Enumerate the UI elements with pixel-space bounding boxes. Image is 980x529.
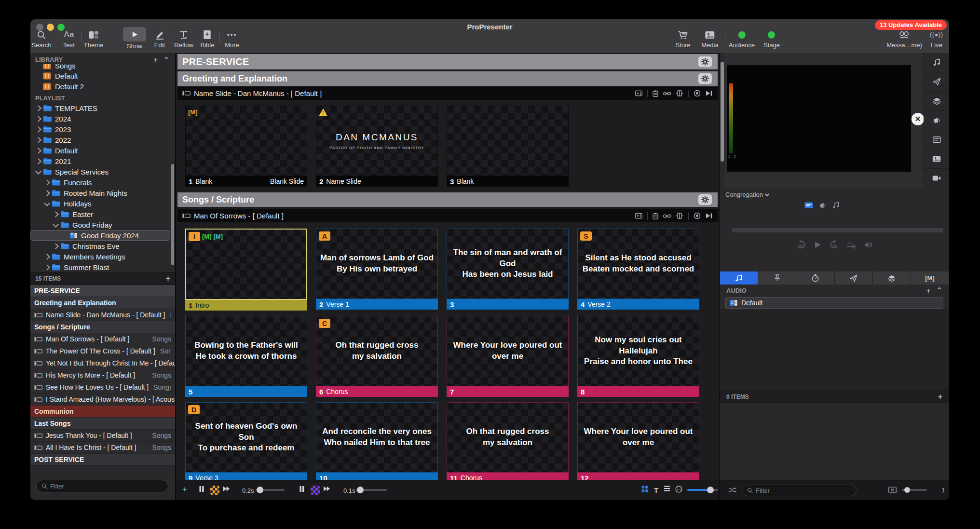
- clear-media-button[interactable]: [311, 486, 320, 495]
- slide-cell[interactable]: The sin of man and wrath ofGodHas been o…: [447, 229, 569, 311]
- audio-tab-icon[interactable]: [924, 53, 949, 72]
- film-icon[interactable]: [635, 90, 642, 96]
- tab-props[interactable]: [758, 271, 796, 285]
- tree-item[interactable]: Members Meetings: [30, 251, 175, 262]
- link-icon[interactable]: [663, 91, 671, 96]
- skip-30-button[interactable]: [846, 241, 857, 249]
- main-area-scrollbar[interactable]: [721, 62, 724, 162]
- skip-transition-button[interactable]: [323, 486, 330, 492]
- add-library-button[interactable]: +: [153, 55, 158, 64]
- chevron-right-icon[interactable]: [53, 211, 59, 217]
- library-item[interactable]: Default 2: [30, 81, 175, 92]
- tree-item[interactable]: 2022: [30, 135, 175, 145]
- chevron-right-icon[interactable]: [44, 190, 50, 196]
- tree-item[interactable]: Summer Blast: [30, 262, 175, 272]
- shuffle-icon[interactable]: [728, 487, 736, 493]
- updates-badge[interactable]: 13 Updates Available: [875, 20, 947, 30]
- clipboard-icon[interactable]: [653, 213, 658, 219]
- add-item-button[interactable]: +: [166, 274, 170, 283]
- film-icon[interactable]: [635, 213, 642, 219]
- media-image-icon[interactable]: [924, 149, 949, 169]
- video-camera-icon[interactable]: [924, 169, 949, 188]
- next-slide-icon[interactable]: [706, 90, 713, 96]
- doc-item[interactable]: His Mercy Is More - [ Default ]Songs: [30, 369, 175, 381]
- chevron-right-icon[interactable]: [35, 105, 41, 111]
- section-settings-button[interactable]: [698, 56, 712, 67]
- doc-item[interactable]: Jesus Thank You - [ Default ]Songs: [30, 430, 175, 442]
- lyrics-view-button-active[interactable]: [804, 202, 813, 208]
- transition-duration-slider[interactable]: [356, 489, 387, 491]
- chevron-right-icon[interactable]: [35, 126, 41, 133]
- slide-cell[interactable]: A Man of sorrows Lamb of GodBy His own b…: [316, 229, 438, 311]
- collapse-library-icon[interactable]: ⌃: [163, 55, 169, 64]
- tree-item[interactable]: 2021: [30, 156, 175, 166]
- section-settings-button[interactable]: [698, 73, 712, 84]
- chevron-right-icon[interactable]: [35, 116, 41, 122]
- sidebar-filter-input[interactable]: Filter: [36, 480, 168, 492]
- add-audio-button[interactable]: +: [926, 286, 931, 295]
- slide-cell[interactable]: 3Blank: [447, 106, 569, 187]
- slide-cell[interactable]: Oh that rugged crossmy salvation 11Choru…: [447, 402, 569, 483]
- show-button[interactable]: [123, 27, 146, 41]
- section-header-greeting[interactable]: Greeting and Explanation: [177, 71, 718, 86]
- collapse-audio-icon[interactable]: ⌃: [936, 286, 942, 295]
- messages-button[interactable]: Messa…me): [886, 29, 922, 49]
- tab-messages[interactable]: [835, 271, 872, 285]
- chevron-down-icon[interactable]: [53, 221, 59, 228]
- tree-item[interactable]: Christmas Eve: [30, 241, 175, 251]
- doc-item[interactable]: Yet Not I But Through Christ In Me - [ D…: [30, 357, 175, 369]
- pause-transition-button[interactable]: [299, 486, 305, 492]
- transition-duration-slider[interactable]: [256, 489, 285, 491]
- chevron-right-icon[interactable]: [35, 158, 41, 164]
- slide-cell[interactable]: Now my soul cries outHallelujahPraise an…: [577, 316, 699, 397]
- list-view-button[interactable]: [664, 486, 670, 491]
- tree-item[interactable]: Default: [30, 145, 175, 156]
- doc-section-header[interactable]: Songs / Scripture: [30, 321, 175, 333]
- slide-cell[interactable]: C Oh that rugged crossmy salvation 6Chor…: [316, 316, 438, 397]
- doc-section-header[interactable]: Last Songs: [30, 418, 175, 430]
- audio-view-button[interactable]: [832, 202, 840, 209]
- chevron-down-icon[interactable]: [35, 168, 41, 175]
- live-button[interactable]: ((●)) Live: [930, 29, 943, 49]
- tree-item[interactable]: Special Services: [30, 166, 175, 177]
- audio-playlist-item[interactable]: Default: [725, 297, 943, 309]
- tree-item[interactable]: Good Friday: [30, 219, 175, 230]
- volume-button[interactable]: [864, 241, 872, 248]
- arrangement-icon[interactable]: [676, 213, 683, 219]
- skip-transition-button[interactable]: [223, 486, 230, 492]
- view-options-button[interactable]: [675, 486, 682, 493]
- record-target-icon[interactable]: [694, 212, 701, 219]
- slide-cell-selected[interactable]: I [M] [M] 1Intro: [185, 229, 307, 311]
- section-header-pre-service[interactable]: PRE-SERVICE: [177, 54, 718, 69]
- slide-cell[interactable]: ! DAN MCMANUS PASTOR OF YOUTH AND FAMILY…: [316, 106, 438, 187]
- slide-cell[interactable]: Where Your love poured outover me 12: [577, 402, 699, 483]
- doc-section-header[interactable]: POST SERVICE: [30, 454, 175, 466]
- tree-item[interactable]: TEMPLATES: [30, 103, 175, 113]
- screen-selector-dropdown[interactable]: Congregation: [725, 191, 769, 198]
- stage-button[interactable]: Stage: [763, 29, 780, 49]
- doc-item[interactable]: Man Of Sorrows - [ Default ]Songs: [30, 333, 175, 345]
- slide-cell[interactable]: And reconcile the very onesWho nailed Hi…: [316, 402, 438, 483]
- tab-macros[interactable]: [M]: [911, 271, 949, 285]
- record-target-icon[interactable]: [694, 90, 701, 97]
- media-scrubber[interactable]: [732, 228, 943, 232]
- tree-item[interactable]: Holidays: [30, 198, 175, 209]
- search-button[interactable]: Search: [31, 29, 51, 49]
- play-button[interactable]: [814, 241, 822, 249]
- slide-cell[interactable]: Where Your love poured outover me 7: [447, 316, 569, 397]
- tab-layers[interactable]: [873, 271, 911, 285]
- messages-send-icon[interactable]: [924, 72, 949, 92]
- thumbnail-size-slider[interactable]: [687, 489, 718, 491]
- chevron-right-icon[interactable]: [35, 148, 41, 154]
- presentation-bar-man-of-sorrows[interactable]: Man Of Sorrows - [ Default ]: [177, 209, 718, 222]
- store-button[interactable]: Store: [675, 29, 690, 49]
- chevron-right-icon[interactable]: [35, 137, 41, 143]
- slide-cell[interactable]: D Sent of heaven God's own SonTo purchas…: [185, 402, 307, 483]
- tree-item[interactable]: Rooted Main Nights: [30, 188, 175, 198]
- section-header-songs-scripture[interactable]: Songs / Scripture: [177, 192, 718, 207]
- tab-timers[interactable]: [796, 271, 834, 285]
- presentation-bar-name-slide[interactable]: Name Slide - Dan McManus - [ Default ]: [177, 87, 718, 100]
- close-preview-button[interactable]: ✕: [912, 113, 924, 125]
- layers-icon[interactable]: [924, 92, 949, 111]
- reflow-button[interactable]: Reflow: [174, 29, 193, 49]
